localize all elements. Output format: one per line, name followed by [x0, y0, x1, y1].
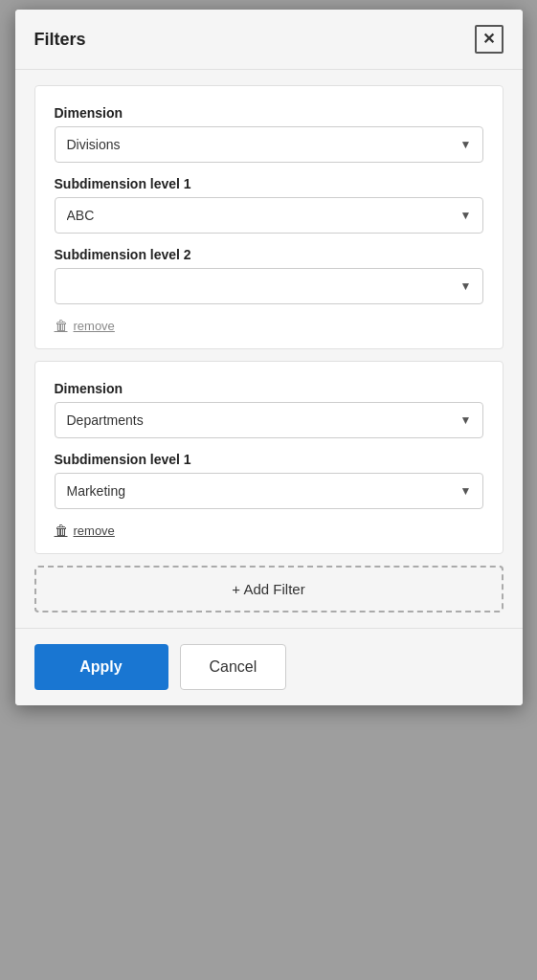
remove-label-1: remove: [74, 319, 115, 333]
subdim1-select-2[interactable]: Marketing: [55, 473, 483, 509]
modal-footer: Apply Cancel: [15, 628, 523, 705]
trash-icon-1: 🗑: [55, 318, 68, 333]
dimension-field-group-1: Dimension Divisions ▼: [55, 105, 483, 163]
modal-backdrop: Filters ✕ Dimension Divisions ▼ Subdimen: [0, 0, 537, 980]
dimension-label-1: Dimension: [55, 105, 483, 121]
dimension-select-wrapper-1: Divisions ▼: [55, 126, 483, 163]
modal-body: Dimension Divisions ▼ Subdimension level…: [15, 70, 523, 628]
apply-button[interactable]: Apply: [34, 644, 168, 690]
modal-title: Filters: [34, 30, 86, 50]
filter-card-2: Dimension Departments ▼ Subdimension lev…: [34, 361, 503, 554]
subdim1-select-wrapper-2: Marketing ▼: [55, 473, 483, 509]
filters-modal: Filters ✕ Dimension Divisions ▼ Subdimen: [15, 10, 523, 705]
trash-icon-2: 🗑: [55, 523, 68, 538]
dimension-select-wrapper-2: Departments ▼: [55, 402, 483, 438]
subdim1-label-1: Subdimension level 1: [55, 176, 483, 191]
dimension-select-1[interactable]: Divisions: [55, 126, 483, 163]
dimension-field-group-2: Dimension Departments ▼: [55, 381, 483, 438]
remove-button-1[interactable]: 🗑 remove: [55, 318, 115, 333]
remove-button-2[interactable]: 🗑 remove: [55, 523, 115, 538]
dimension-select-2[interactable]: Departments: [55, 402, 483, 438]
cancel-button[interactable]: Cancel: [180, 644, 287, 690]
filter-card-1: Dimension Divisions ▼ Subdimension level…: [34, 85, 503, 349]
subdim1-select-wrapper-1: ABC ▼: [55, 197, 483, 234]
dimension-label-2: Dimension: [55, 381, 483, 396]
subdim2-select-1[interactable]: [55, 268, 483, 304]
subdim2-label-1: Subdimension level 2: [55, 247, 483, 262]
add-filter-button[interactable]: + Add Filter: [34, 566, 503, 612]
close-button[interactable]: ✕: [475, 25, 503, 54]
subdim1-field-group-2: Subdimension level 1 Marketing ▼: [55, 452, 483, 509]
modal-header: Filters ✕: [15, 10, 523, 70]
subdim1-label-2: Subdimension level 1: [55, 452, 483, 467]
subdim2-field-group-1: Subdimension level 2 ▼: [55, 247, 483, 304]
remove-label-2: remove: [74, 523, 115, 538]
subdim2-select-wrapper-1: ▼: [55, 268, 483, 304]
subdim1-field-group-1: Subdimension level 1 ABC ▼: [55, 176, 483, 234]
subdim1-select-1[interactable]: ABC: [55, 197, 483, 234]
